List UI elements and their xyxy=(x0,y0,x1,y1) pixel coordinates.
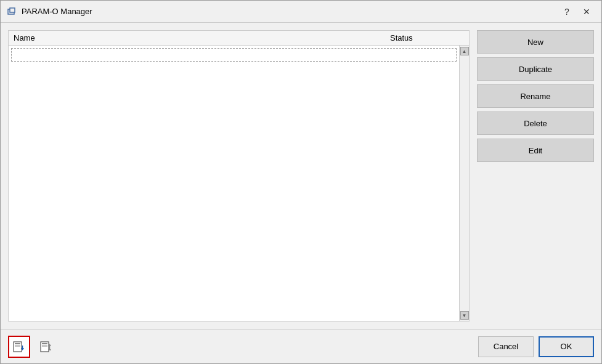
svg-rect-9 xyxy=(42,346,47,347)
scroll-down-arrow[interactable]: ▼ xyxy=(460,311,469,320)
rename-button[interactable]: Rename xyxy=(477,84,594,108)
column-name-header: Name xyxy=(14,33,390,42)
dialog-icon xyxy=(7,7,17,17)
title-bar-controls: ? ✕ xyxy=(558,4,595,20)
scroll-up-arrow[interactable]: ▲ xyxy=(460,47,469,55)
svg-rect-4 xyxy=(15,346,20,347)
side-buttons-panel: New Duplicate Rename Delete Edit xyxy=(477,30,594,322)
title-bar: PARAM-O Manager ? ✕ xyxy=(1,1,601,23)
dialog-title: PARAM-O Manager xyxy=(22,7,558,16)
import-button[interactable] xyxy=(8,336,30,358)
dialog-body: Name Status ▲ ▼ New Duplicate Rename Del… xyxy=(1,23,601,329)
scrollbar: ▲ ▼ xyxy=(459,46,469,321)
new-button[interactable]: New xyxy=(477,30,594,54)
close-button[interactable]: ✕ xyxy=(578,4,595,20)
help-button[interactable]: ? xyxy=(558,4,576,20)
list-content[interactable] xyxy=(9,46,459,321)
ok-button[interactable]: OK xyxy=(539,336,594,357)
list-selected-row[interactable] xyxy=(11,48,457,62)
svg-rect-3 xyxy=(15,343,20,344)
svg-rect-1 xyxy=(10,8,15,12)
list-panel: Name Status ▲ ▼ xyxy=(8,30,470,322)
edit-button[interactable]: Edit xyxy=(477,139,594,162)
column-status-header: Status xyxy=(390,33,464,42)
dialog-footer: Cancel OK xyxy=(1,329,601,363)
export-button[interactable] xyxy=(35,336,57,358)
list-with-scroll: ▲ ▼ xyxy=(9,46,469,321)
delete-button[interactable]: Delete xyxy=(477,111,594,135)
svg-rect-8 xyxy=(42,343,47,344)
duplicate-button[interactable]: Duplicate xyxy=(477,57,594,81)
cancel-button[interactable]: Cancel xyxy=(478,336,534,357)
param-o-manager-dialog: PARAM-O Manager ? ✕ Name Status ▲ ▼ xyxy=(0,0,602,364)
list-header: Name Status xyxy=(9,31,469,46)
